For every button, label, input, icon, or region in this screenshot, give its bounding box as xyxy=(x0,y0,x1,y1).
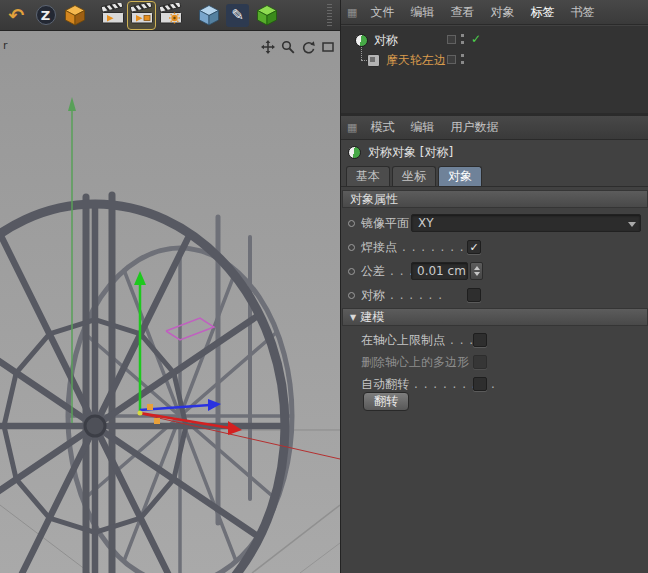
spline-pen-button[interactable]: ✎ xyxy=(224,2,251,29)
keyframe-circle-icon[interactable] xyxy=(348,220,355,227)
toolbar-handle[interactable] xyxy=(327,4,332,26)
orange-cube-icon xyxy=(63,3,87,27)
stepper-down-icon[interactable] xyxy=(474,272,480,276)
chevron-down-icon xyxy=(628,222,636,227)
tab-object[interactable]: 对象 xyxy=(438,166,482,186)
toggle-view-icon[interactable] xyxy=(320,39,336,55)
tolerance-stepper[interactable] xyxy=(470,262,483,280)
tolerance-input[interactable]: 0.01 cm xyxy=(411,262,468,280)
viewport-3d[interactable]: r xyxy=(0,31,340,573)
property-label: 删除轴心上的多边形 xyxy=(361,354,469,371)
attribute-title-row: 对称对象 [对称] xyxy=(341,142,648,162)
green-cube-icon xyxy=(255,3,279,27)
render-view-button[interactable] xyxy=(99,2,126,29)
undo-button[interactable]: ↶ xyxy=(3,2,30,29)
child-object-icon xyxy=(367,54,380,67)
z-tool-button[interactable]: Z xyxy=(32,2,59,29)
property-label: 在轴心上限制点 xyxy=(361,332,445,349)
render-active-clapper-icon xyxy=(129,3,155,27)
subdivision-surface-button[interactable] xyxy=(253,2,280,29)
section-label: 建模 xyxy=(360,309,384,326)
model-cube-button[interactable] xyxy=(61,2,88,29)
section-object-properties[interactable]: 对象属性 xyxy=(342,190,648,208)
row-delete-polygons: 删除轴心上的多边形 xyxy=(341,352,648,372)
menu-object[interactable]: 对象 xyxy=(482,0,522,25)
mirror-plane-dropdown[interactable]: XY xyxy=(411,214,641,232)
menu-file[interactable]: 文件 xyxy=(362,0,402,25)
row-auto-flip: 自动翻转 . . . . . . . . . xyxy=(341,374,648,394)
z-icon: Z xyxy=(36,5,56,25)
tab-coordinates[interactable]: 坐标 xyxy=(392,166,436,186)
render-settings-gear-icon xyxy=(158,3,184,27)
property-label: 焊接点 xyxy=(361,239,397,256)
auto-flip-checkbox[interactable] xyxy=(473,377,487,391)
menu-view[interactable]: 查看 xyxy=(442,0,482,25)
attribute-manager-menubar: ▦ 模式 编辑 用户数据 xyxy=(341,116,648,140)
layer-square-icon[interactable] xyxy=(447,55,456,64)
object-label[interactable]: 摩天轮左边 xyxy=(386,52,446,69)
row-mirror-plane: 镜像平面 XY xyxy=(341,213,648,233)
dot-leader: . . . . . . xyxy=(390,288,443,302)
symmetry-object-icon xyxy=(355,34,368,47)
viewport-nav xyxy=(260,39,336,55)
render-settings-button[interactable] xyxy=(157,2,184,29)
collapse-triangle-icon: ▼ xyxy=(350,313,356,322)
delete-polygons-checkbox xyxy=(473,355,487,369)
flip-button[interactable]: 翻转 xyxy=(363,392,409,411)
row-tolerance: 公差 . . . . . 0.01 cm xyxy=(341,261,648,281)
row-weld-points: 焊接点 . . . . . . . ✓ xyxy=(341,237,648,257)
flip-button-label: 翻转 xyxy=(374,393,398,410)
keyframe-circle-icon[interactable] xyxy=(348,268,355,275)
pen-icon: ✎ xyxy=(226,4,249,27)
pan-view-icon[interactable] xyxy=(260,39,276,55)
render-clapper-icon xyxy=(100,3,126,27)
stepper-up-icon[interactable] xyxy=(474,266,480,270)
object-label[interactable]: 对称 xyxy=(374,32,398,49)
object-row-symmetry[interactable]: 对称 ✓ xyxy=(341,30,648,50)
render-active-view-button[interactable] xyxy=(128,2,155,29)
menu-tags[interactable]: 标签 xyxy=(522,0,562,25)
attribute-title: 对称对象 [对称] xyxy=(368,144,453,161)
undo-icon: ↶ xyxy=(9,6,25,25)
symmetry-checkbox[interactable] xyxy=(467,288,481,302)
tab-basic[interactable]: 基本 xyxy=(346,166,390,186)
property-label: 镜像平面 xyxy=(361,215,409,232)
dot-leader: . . . . . . . xyxy=(402,240,465,254)
object-manager[interactable]: 对称 ✓ 摩天轮左边 xyxy=(341,26,648,113)
object-manager-menubar: ▦ 文件 编辑 查看 对象 标签 书签 xyxy=(341,0,648,25)
weld-points-checkbox[interactable]: ✓ xyxy=(467,240,481,254)
row-symmetry: 对称 . . . . . . xyxy=(341,285,648,305)
right-panel: ▦ 文件 编辑 查看 对象 标签 书签 对称 ✓ 摩天轮左边 xyxy=(340,0,648,573)
tolerance-value: 0.01 cm xyxy=(417,264,466,278)
keyframe-circle-icon[interactable] xyxy=(348,244,355,251)
menu-mode[interactable]: 模式 xyxy=(362,115,402,140)
rotate-view-icon[interactable] xyxy=(300,39,316,55)
dropdown-value: XY xyxy=(418,216,434,230)
add-cube-button[interactable] xyxy=(195,2,222,29)
menu-bookmarks[interactable]: 书签 xyxy=(562,0,602,25)
enabled-check-icon[interactable]: ✓ xyxy=(471,32,481,46)
section-label: 对象属性 xyxy=(350,191,398,208)
check-icon: ✓ xyxy=(469,242,478,253)
zoom-view-icon[interactable] xyxy=(280,39,296,55)
section-modeling[interactable]: ▼ 建模 xyxy=(342,308,648,326)
visibility-dots-icon[interactable] xyxy=(461,34,464,46)
blue-cube-icon xyxy=(197,3,221,27)
limit-points-checkbox[interactable] xyxy=(473,333,487,347)
ferris-wheel-wireframe xyxy=(0,31,340,573)
property-label: 自动翻转 xyxy=(361,376,409,393)
layer-square-icon[interactable] xyxy=(447,35,456,44)
object-row-ferris-left[interactable]: 摩天轮左边 xyxy=(341,50,648,70)
palette-handle-icon[interactable]: ▦ xyxy=(347,6,357,19)
keyframe-circle-icon[interactable] xyxy=(348,292,355,299)
cinema4d-window: ↶ Z xyxy=(0,0,648,573)
property-label: 公差 xyxy=(361,263,385,280)
symmetry-object-icon xyxy=(348,146,361,159)
menu-am-edit[interactable]: 编辑 xyxy=(402,115,442,140)
menu-user-data[interactable]: 用户数据 xyxy=(442,115,506,140)
menu-edit[interactable]: 编辑 xyxy=(402,0,442,25)
palette-handle-icon[interactable]: ▦ xyxy=(347,121,357,134)
row-limit-points: 在轴心上限制点 . . . . xyxy=(341,330,648,350)
visibility-dots-icon[interactable] xyxy=(461,54,464,66)
property-label: 对称 xyxy=(361,287,385,304)
